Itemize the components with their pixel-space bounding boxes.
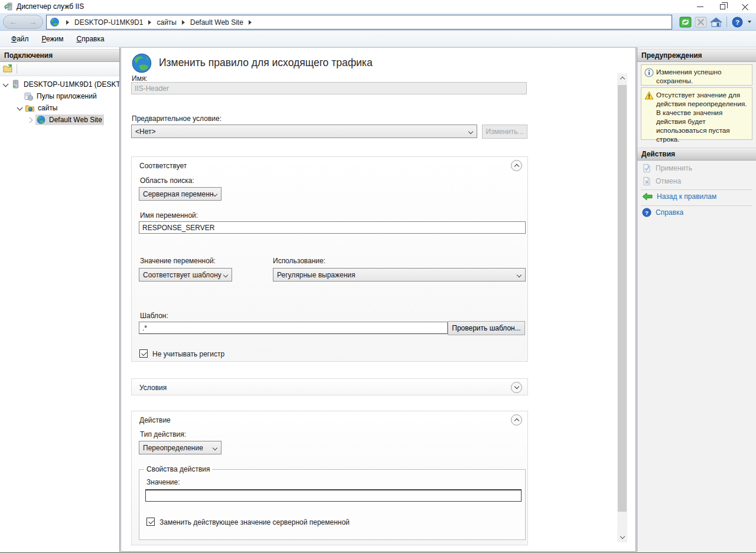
collapse-section-button[interactable]: [511, 414, 522, 426]
iis-manager-window: Диспетчер служб IIS ← → DESKTOP-U1MK9D1 …: [0, 0, 756, 553]
sites-folder-icon: [25, 103, 35, 113]
name-label: Имя:: [132, 74, 148, 83]
window-title: Диспетчер служб IIS: [17, 2, 84, 11]
help-dropdown-icon[interactable]: [748, 21, 751, 23]
site-globe-icon: [36, 115, 46, 125]
tree-item-label: Пулы приложений: [37, 92, 97, 100]
scope-label: Область поиска:: [140, 176, 194, 185]
breadcrumb-item-site[interactable]: Default Web Site: [190, 18, 243, 27]
using-select[interactable]: Регулярные выражения: [273, 268, 526, 282]
conditions-section-title: Условия: [139, 384, 167, 392]
chevron-down-icon: [213, 446, 217, 450]
expand-section-button[interactable]: [511, 382, 522, 393]
help-circle-icon: ?: [642, 208, 651, 217]
help-action[interactable]: ? Справка: [642, 208, 683, 217]
pattern-label: Шаблон:: [140, 312, 168, 320]
precondition-label: Предварительное условие:: [132, 114, 221, 123]
chevron-down-icon: [223, 273, 228, 277]
globe-icon[interactable]: [50, 17, 60, 27]
back-arrow-icon: [642, 192, 653, 201]
stop-icon: [695, 17, 707, 28]
tree-item-label: сайты: [38, 104, 58, 112]
chevron-down-icon: [517, 273, 522, 277]
iis-app-icon: [4, 2, 13, 11]
breadcrumb-arrow-icon: [249, 20, 252, 25]
scroll-up-button[interactable]: [617, 73, 627, 83]
feature-view: Изменить правило для исходящего трафика …: [120, 47, 636, 552]
chevron-down-icon: [468, 129, 473, 134]
info-alert: Изменения успешно сохранены.: [641, 64, 752, 86]
match-section: Соответствует Область поиска: Серверная …: [131, 156, 528, 362]
scroll-down-button[interactable]: [617, 532, 627, 542]
pattern-input[interactable]: [139, 322, 448, 334]
replace-value-checkbox[interactable]: [146, 518, 155, 526]
apply-action: Применить: [642, 163, 692, 173]
scrollbar-thumb[interactable]: [618, 85, 627, 512]
help-label: Справка: [656, 208, 683, 217]
tree-item-default-web-site[interactable]: Default Web Site: [0, 114, 119, 126]
page-globe-icon: [131, 53, 152, 74]
chevron-down-icon: [514, 384, 519, 389]
connections-toolbar: [0, 62, 119, 76]
conditions-section: Условия: [131, 378, 528, 395]
breadcrumb-item-server[interactable]: DESKTOP-U1MK9D1: [74, 18, 143, 27]
vertical-scrollbar[interactable]: [617, 73, 627, 542]
cancel-action: Отмена: [642, 176, 681, 186]
chevron-down-icon[interactable]: [17, 105, 22, 111]
ignore-case-checkbox[interactable]: [139, 349, 148, 358]
value-input[interactable]: [145, 489, 522, 502]
match-section-title: Соответствует: [139, 162, 187, 170]
menu-file[interactable]: Файл: [6, 32, 34, 45]
breadcrumb-item-sites[interactable]: сайты: [157, 18, 177, 27]
connections-tree: DESKTOP-U1MK9D1 (DESKTOP Пулы приложений: [0, 76, 119, 126]
refresh-icon[interactable]: [679, 17, 692, 28]
actions-panel: Предупреждения Изменения успешно сохране…: [637, 47, 756, 552]
ignore-case-label: Не учитывать регистр: [152, 350, 224, 358]
svg-text:?: ?: [645, 210, 649, 216]
action-section-title: Действие: [139, 416, 171, 424]
tree-item-sites[interactable]: сайты: [0, 102, 119, 114]
actions-header: Действия: [637, 148, 756, 161]
apply-label: Применить: [656, 164, 692, 172]
action-type-label: Тип действия:: [140, 430, 186, 439]
breadcrumb-arrow-icon: [182, 20, 185, 25]
warning-alert-text: Отсутствует значение для действия переоп…: [656, 90, 750, 137]
precondition-select[interactable]: <Нет>: [131, 125, 477, 138]
chevron-down-icon[interactable]: [2, 81, 8, 87]
collapse-section-button[interactable]: [511, 160, 522, 171]
replace-value-label: Заменить действующее значение серверной …: [159, 518, 350, 526]
scope-select[interactable]: Серверная переменн: [139, 187, 221, 201]
home-icon[interactable]: [710, 17, 722, 28]
variable-name-input[interactable]: [139, 221, 526, 234]
help-icon[interactable]: ?: [731, 17, 744, 28]
variable-name-label: Имя переменной:: [140, 211, 198, 220]
close-button[interactable]: [734, 0, 756, 13]
variable-value-select[interactable]: Соответствует шаблону: [139, 268, 232, 282]
menu-help[interactable]: Справка: [71, 32, 110, 45]
restore-icon: [720, 4, 725, 9]
restore-button[interactable]: [711, 0, 734, 13]
tree-item-server[interactable]: DESKTOP-U1MK9D1 (DESKTOP: [0, 78, 119, 90]
navigation-buttons: ← →: [3, 15, 43, 29]
selected-tree-item: Default Web Site: [35, 114, 104, 125]
address-bar: ← → DESKTOP-U1MK9D1 сайты Default Web Si…: [0, 13, 756, 31]
page-title: Изменить правило для исходящего трафика: [159, 57, 373, 69]
chevron-right-icon[interactable]: [27, 117, 33, 123]
action-type-select[interactable]: Переопределение: [139, 441, 221, 454]
test-pattern-button[interactable]: Проверить шаблон...: [448, 321, 525, 335]
info-icon: [644, 68, 654, 77]
title-bar: Диспетчер служб IIS: [0, 0, 756, 13]
create-connection-icon[interactable]: [3, 64, 13, 73]
cancel-icon: [642, 176, 651, 186]
menu-view[interactable]: Режим: [37, 32, 69, 45]
back-icon[interactable]: ←: [9, 18, 18, 26]
toolbar-separator: [726, 17, 727, 27]
minimize-button[interactable]: [689, 0, 711, 13]
tree-item-app-pools[interactable]: Пулы приложений: [0, 90, 119, 102]
warning-icon: [644, 91, 654, 100]
forward-icon[interactable]: →: [29, 18, 37, 26]
back-to-rules-action[interactable]: Назад к правилам: [642, 192, 716, 201]
chevron-up-icon: [514, 164, 519, 169]
using-label: Использование:: [273, 257, 325, 265]
menu-bar: Файл Режим Справка: [0, 31, 756, 47]
